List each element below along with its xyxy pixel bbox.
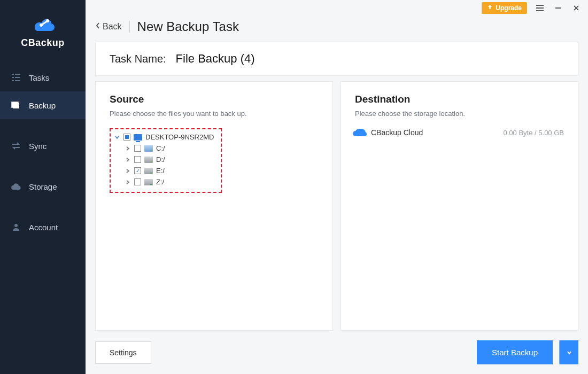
sidebar-item-label: Account: [29, 223, 58, 232]
sidebar-item-label: Backup: [29, 101, 56, 110]
sidebar-item-account[interactable]: Account: [0, 213, 86, 241]
settings-button[interactable]: Settings: [95, 341, 151, 364]
tree-root-label: DESKTOP-9NSR2MD: [145, 133, 214, 141]
backup-icon: [11, 100, 21, 111]
svg-rect-3: [15, 74, 20, 75]
checkbox[interactable]: [134, 178, 141, 185]
destination-title: Destination: [355, 94, 564, 105]
svg-rect-9: [12, 102, 18, 107]
minimize-icon[interactable]: [553, 3, 563, 13]
destination-panel: Destination Please choose the storage lo…: [341, 81, 578, 331]
taskname-bar: Task Name: File Backup (4): [95, 42, 578, 76]
destination-label: CBackup Cloud: [371, 128, 423, 137]
spacer: [0, 119, 86, 132]
chevron-right-icon[interactable]: [125, 146, 131, 151]
source-hint: Please choose the files you want to back…: [110, 110, 319, 118]
drive-label: C:/: [156, 144, 165, 152]
sidebar-item-sync[interactable]: Sync: [0, 132, 86, 160]
back-label: Back: [103, 22, 122, 32]
logo-block: CBackup: [0, 0, 86, 58]
drive-label: Z:/: [156, 178, 164, 186]
upgrade-button[interactable]: Upgrade: [482, 2, 527, 14]
storage-icon: [11, 181, 21, 192]
chevron-right-icon[interactable]: [125, 168, 131, 174]
page-title: New Backup Task: [137, 19, 239, 34]
svg-rect-2: [12, 74, 14, 75]
svg-point-1: [46, 19, 49, 22]
sidebar-item-label: Storage: [29, 182, 57, 191]
chevron-right-icon[interactable]: [125, 157, 131, 162]
panels: Source Please choose the files you want …: [95, 81, 578, 331]
destination-usage: 0.00 Byte / 5.00 GB: [504, 129, 564, 137]
svg-rect-5: [15, 77, 20, 78]
drive-icon: [144, 145, 153, 152]
brand-name: CBackup: [0, 37, 86, 49]
back-button[interactable]: Back: [95, 22, 122, 32]
tasks-icon: [11, 72, 21, 83]
svg-rect-7: [15, 80, 20, 81]
sidebar-item-label: Sync: [29, 142, 47, 151]
drive-icon: [144, 157, 153, 163]
start-backup-button[interactable]: Start Backup: [477, 340, 553, 364]
checkbox[interactable]: [134, 156, 141, 163]
drive-label: D:/: [156, 155, 165, 163]
source-tree-highlight: DESKTOP-9NSR2MD C:/: [110, 128, 222, 193]
tree-drive[interactable]: D:/: [114, 154, 218, 165]
sidebar: CBackup Tasks Backup Sync: [0, 0, 86, 374]
header-row: Back New Backup Task: [86, 16, 588, 42]
checkbox-checked[interactable]: [134, 167, 141, 174]
close-icon[interactable]: [571, 3, 582, 13]
drive-icon: [144, 168, 153, 174]
svg-rect-4: [12, 77, 14, 78]
start-backup-dropdown[interactable]: [559, 340, 578, 364]
svg-point-10: [14, 224, 18, 227]
tree-drive[interactable]: Z:/: [114, 176, 218, 188]
sync-icon: [11, 141, 21, 151]
account-icon: [11, 222, 21, 232]
main: Upgrade Back New Backup Task Tas: [86, 0, 588, 374]
cloud-logo-icon: [27, 12, 58, 34]
spacer: [0, 160, 86, 173]
chevron-right-icon[interactable]: [125, 180, 131, 185]
destination-row[interactable]: CBackup Cloud 0.00 Byte / 5.00 GB: [355, 128, 564, 137]
tree-drive[interactable]: E:/: [114, 165, 218, 176]
side-nav: Tasks Backup Sync Storage: [0, 64, 86, 241]
computer-icon: [134, 134, 142, 141]
app-root: CBackup Tasks Backup Sync: [0, 0, 588, 374]
divider: [129, 21, 130, 33]
cloud-icon: [355, 129, 366, 136]
taskname-value[interactable]: File Backup (4): [176, 52, 255, 66]
spacer: [0, 200, 86, 213]
sidebar-item-tasks[interactable]: Tasks: [0, 64, 86, 91]
network-drive-icon: [144, 179, 153, 185]
drive-label: E:/: [156, 167, 165, 175]
upgrade-label: Upgrade: [496, 4, 522, 12]
chevron-left-icon: [95, 22, 100, 32]
taskname-label: Task Name:: [110, 53, 166, 65]
source-title: Source: [110, 94, 319, 105]
checkbox-partial[interactable]: [123, 134, 130, 141]
sidebar-item-backup[interactable]: Backup: [0, 91, 86, 119]
footer: Settings Start Backup: [86, 331, 588, 374]
titlebar: Upgrade: [86, 0, 588, 16]
menu-icon[interactable]: [535, 3, 545, 13]
tree-root[interactable]: DESKTOP-9NSR2MD: [114, 131, 218, 143]
upload-icon: [487, 4, 493, 12]
sidebar-item-label: Tasks: [29, 73, 49, 82]
destination-hint: Please choose the storage location.: [355, 110, 564, 118]
svg-rect-6: [12, 80, 14, 81]
source-panel: Source Please choose the files you want …: [95, 81, 333, 331]
checkbox[interactable]: [134, 145, 141, 152]
sidebar-item-storage[interactable]: Storage: [0, 173, 86, 200]
chevron-down-icon[interactable]: [114, 135, 120, 140]
tree-drive[interactable]: C:/: [114, 143, 218, 154]
